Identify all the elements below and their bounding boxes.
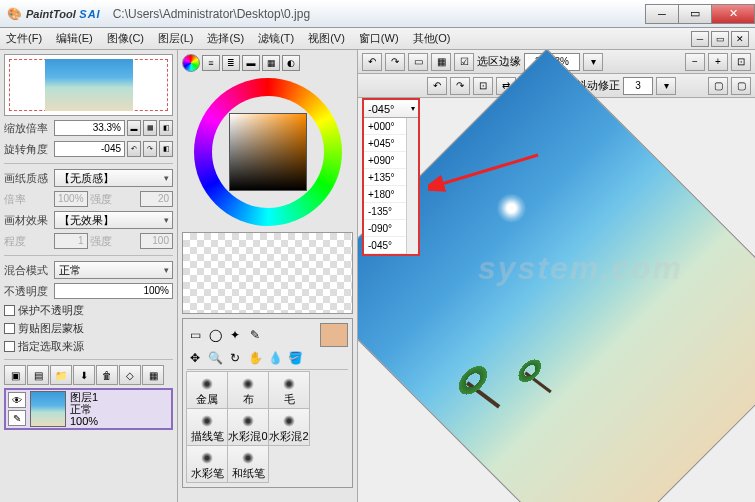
new-linework-button[interactable]: ▤ — [27, 365, 49, 385]
rotate-ccw-button[interactable]: ↶ — [127, 141, 141, 157]
paper-texture-select[interactable]: 【无质感】 — [54, 169, 173, 187]
svg-line-0 — [438, 155, 538, 185]
hand-tool[interactable]: ✋ — [247, 350, 263, 366]
app-name: PaintTool SAI — [26, 6, 101, 21]
menu-window[interactable]: 窗口(W) — [359, 31, 399, 46]
delete-layer-button[interactable]: 🗑 — [96, 365, 118, 385]
menu-image[interactable]: 图像(C) — [107, 31, 144, 46]
gray-icon[interactable]: ▬ — [242, 55, 260, 71]
blend-mode-label: 混合模式 — [4, 263, 52, 278]
hsv-slider-icon[interactable]: ≣ — [222, 55, 240, 71]
zoom-out-canvas[interactable]: − — [685, 53, 705, 71]
new-folder-button[interactable]: 📁 — [50, 365, 72, 385]
panel-min-button[interactable]: ─ — [691, 31, 709, 47]
menu-view[interactable]: 视图(V) — [308, 31, 345, 46]
deg-input: 1 — [54, 233, 88, 249]
layer-item[interactable]: 👁 ✎ 图层1正常100% — [4, 388, 173, 430]
rot-reset-canvas[interactable]: ⊡ — [473, 77, 493, 95]
show-sel-checkbox[interactable]: ☑ — [454, 53, 474, 71]
rotate-tool[interactable]: ↻ — [227, 350, 243, 366]
rgb-slider-icon[interactable]: ≡ — [202, 55, 220, 71]
brush-wc0[interactable]: 水彩混0 — [227, 408, 269, 446]
zoom-in-canvas[interactable]: + — [708, 53, 728, 71]
menu-other[interactable]: 其他(O) — [413, 31, 451, 46]
minimize-button[interactable]: ─ — [645, 4, 679, 24]
zoom-in-button[interactable]: ▦ — [143, 120, 157, 136]
brush-metal[interactable]: 金属 — [186, 371, 228, 409]
marquee-tool[interactable]: ▭ — [187, 327, 203, 343]
color-wheel-icon[interactable] — [182, 54, 200, 72]
menu-edit[interactable]: 编辑(E) — [56, 31, 93, 46]
brush-fur[interactable]: 毛 — [268, 371, 310, 409]
stabilizer-dropdown[interactable]: ▾ — [656, 77, 676, 95]
effect-select[interactable]: 【无效果】 — [54, 211, 173, 229]
eyedropper-tool[interactable]: 💧 — [267, 350, 283, 366]
zoom-fit-canvas[interactable]: ⊡ — [731, 53, 751, 71]
brush-wc2[interactable]: 水彩混2 — [268, 408, 310, 446]
visibility-icon[interactable]: 👁 — [8, 392, 26, 408]
rotate-cw-button[interactable]: ↷ — [143, 141, 157, 157]
flatten-button[interactable]: ▦ — [142, 365, 164, 385]
rot-ccw-canvas[interactable]: ↶ — [427, 77, 447, 95]
redo-button[interactable]: ↷ — [385, 53, 405, 71]
scratchpad-icon[interactable]: ◐ — [282, 55, 300, 71]
selsrc-checkbox[interactable] — [4, 341, 15, 352]
zoom-input[interactable]: 33.3% — [54, 120, 125, 136]
panel-close-button[interactable]: ✕ — [731, 31, 749, 47]
dropdown-scrollbar[interactable] — [406, 118, 418, 254]
selsrc-label: 指定选取来源 — [18, 339, 84, 354]
rotate-reset-button[interactable]: ◧ — [159, 141, 173, 157]
protect-alpha-checkbox[interactable] — [4, 305, 15, 316]
rotation-dropdown[interactable]: -045° +000° +045° +090° +135° +180° -135… — [362, 98, 420, 256]
titlebar: 🎨 PaintTool SAI C:\Users\Administrator\D… — [0, 0, 755, 28]
tool-a-button[interactable]: ▢ — [708, 77, 728, 95]
wand-tool[interactable]: ✦ — [227, 327, 243, 343]
rot-cw-canvas[interactable]: ↷ — [450, 77, 470, 95]
file-path: C:\Users\Administrator\Desktop\0.jpg — [113, 7, 310, 21]
undo-button[interactable]: ↶ — [362, 53, 382, 71]
tool-panel: ≡ ≣ ▬ ▦ ◐ ▭ ◯ ✦ ✎ ✥ 🔍 ↻ ✋ 💧 🪣 — [178, 50, 358, 502]
layer-thumbnail — [30, 391, 66, 427]
brush-cloth[interactable]: 布 — [227, 371, 269, 409]
brush-liner[interactable]: 描线笔 — [186, 408, 228, 446]
edit-icon[interactable]: ✎ — [8, 410, 26, 426]
zoom-out-button[interactable]: ▬ — [127, 120, 141, 136]
clipping-checkbox[interactable] — [4, 323, 15, 334]
zoom-reset-button[interactable]: ◧ — [159, 120, 173, 136]
fg-color-swatch[interactable] — [320, 323, 348, 347]
bucket-tool[interactable]: 🪣 — [287, 350, 303, 366]
rotate-input[interactable]: -045 — [54, 141, 125, 157]
stabilizer-input[interactable] — [623, 77, 653, 95]
new-layer-button[interactable]: ▣ — [4, 365, 26, 385]
deg2-label: 强度 — [90, 234, 138, 249]
zoom-dropdown-icon[interactable]: ▾ — [583, 53, 603, 71]
paper-texture-label: 画纸质感 — [4, 171, 52, 186]
lasso-tool[interactable]: ◯ — [207, 327, 223, 343]
close-button[interactable]: ✕ — [711, 4, 755, 24]
app-logo-icon: 🎨 — [6, 6, 22, 22]
maximize-button[interactable]: ▭ — [678, 4, 712, 24]
rotation-current[interactable]: -045° — [364, 100, 418, 118]
navigator-thumbnail[interactable] — [4, 54, 173, 116]
zoom-tool[interactable]: 🔍 — [207, 350, 223, 366]
canvas-area: ↶ ↷ ▭ ▦ ☑ 选区边缘 ▾ − + ⊡ ↶ ↷ ⊡ ⇄ 正常 抖动修正 ▾… — [358, 50, 755, 502]
invert-sel-button[interactable]: ▦ — [431, 53, 451, 71]
brush-washi[interactable]: 和纸笔 — [227, 445, 269, 483]
color-picker[interactable] — [182, 76, 353, 228]
move-tool[interactable]: ✥ — [187, 350, 203, 366]
menu-select[interactable]: 选择(S) — [207, 31, 244, 46]
merge-down-button[interactable]: ⬇ — [73, 365, 95, 385]
scratchpad[interactable] — [182, 232, 353, 314]
menu-layer[interactable]: 图层(L) — [158, 31, 193, 46]
pen-tool[interactable]: ✎ — [247, 327, 263, 343]
opacity-input[interactable]: 100% — [54, 283, 173, 299]
blend-mode-select[interactable]: 正常 — [54, 261, 173, 279]
clear-layer-button[interactable]: ◇ — [119, 365, 141, 385]
tool-b-button[interactable]: ▢ — [731, 77, 751, 95]
menu-filter[interactable]: 滤镜(T) — [258, 31, 294, 46]
swatches-icon[interactable]: ▦ — [262, 55, 280, 71]
deselect-button[interactable]: ▭ — [408, 53, 428, 71]
brush-wc[interactable]: 水彩笔 — [186, 445, 228, 483]
panel-max-button[interactable]: ▭ — [711, 31, 729, 47]
menu-file[interactable]: 文件(F) — [6, 31, 42, 46]
